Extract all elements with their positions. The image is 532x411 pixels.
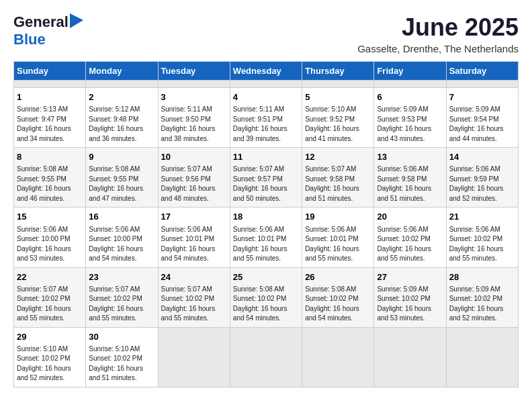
calendar-cell [230,81,302,88]
calendar-cell: 3Sunrise: 5:11 AM Sunset: 9:50 PM Daylig… [158,88,230,148]
logo-arrow-icon [70,13,83,28]
day-number: 5 [305,91,371,103]
day-info: Sunrise: 5:07 AM Sunset: 10:02 PM Daylig… [89,285,154,324]
header-cell-thursday: Thursday [302,62,374,81]
calendar-cell: 6Sunrise: 5:09 AM Sunset: 9:53 PM Daylig… [374,88,446,148]
calendar-cell: 14Sunrise: 5:06 AM Sunset: 9:59 PM Dayli… [446,148,518,208]
day-info: Sunrise: 5:06 AM Sunset: 10:00 PM Daylig… [89,225,154,264]
calendar-cell: 28Sunrise: 5:09 AM Sunset: 10:02 PM Dayl… [446,267,518,327]
header-cell-friday: Friday [374,62,446,81]
day-info: Sunrise: 5:13 AM Sunset: 9:47 PM Dayligh… [17,105,83,144]
day-info: Sunrise: 5:06 AM Sunset: 10:01 PM Daylig… [305,225,371,264]
day-info: Sunrise: 5:12 AM Sunset: 9:48 PM Dayligh… [89,105,154,144]
calendar-cell: 9Sunrise: 5:08 AM Sunset: 9:55 PM Daylig… [86,148,158,208]
day-number: 24 [161,271,227,283]
calendar-cell: 8Sunrise: 5:08 AM Sunset: 9:55 PM Daylig… [14,148,86,208]
day-number: 21 [449,211,515,223]
svg-marker-0 [70,13,83,28]
calendar-cell: 22Sunrise: 5:07 AM Sunset: 10:02 PM Dayl… [14,267,86,327]
calendar-cell: 15Sunrise: 5:06 AM Sunset: 10:00 PM Dayl… [14,208,86,267]
day-number: 23 [89,271,154,283]
logo-text-blue: Blue [13,31,46,48]
calendar-cell: 21Sunrise: 5:06 AM Sunset: 10:02 PM Dayl… [446,208,518,267]
calendar-cell: 17Sunrise: 5:06 AM Sunset: 10:01 PM Dayl… [158,208,230,267]
header-cell-wednesday: Wednesday [230,62,302,81]
title-section: June 2025 Gasselte, Drenthe, The Netherl… [357,13,519,54]
header-cell-saturday: Saturday [446,62,518,81]
day-number: 17 [161,211,227,223]
day-info: Sunrise: 5:09 AM Sunset: 10:02 PM Daylig… [449,285,515,324]
calendar-cell [230,327,302,387]
day-info: Sunrise: 5:07 AM Sunset: 9:56 PM Dayligh… [161,165,227,203]
calendar-cell: 2Sunrise: 5:12 AM Sunset: 9:48 PM Daylig… [86,88,158,148]
day-number: 26 [305,271,371,283]
day-info: Sunrise: 5:07 AM Sunset: 9:58 PM Dayligh… [305,165,371,203]
day-info: Sunrise: 5:06 AM Sunset: 10:01 PM Daylig… [161,225,227,264]
calendar-cell: 26Sunrise: 5:08 AM Sunset: 10:02 PM Dayl… [302,267,374,327]
calendar-cell [446,81,518,88]
logo-text-general: General [13,15,69,30]
day-info: Sunrise: 5:06 AM Sunset: 10:02 PM Daylig… [449,225,515,264]
calendar-cell: 11Sunrise: 5:07 AM Sunset: 9:57 PM Dayli… [230,148,302,208]
day-number: 4 [233,91,299,103]
day-number: 14 [449,151,515,163]
page-header: General Blue June 2025 Gasselte, Drenthe… [13,13,519,54]
calendar-cell [374,327,446,387]
logo: General Blue [13,13,83,48]
calendar-week-row: 22Sunrise: 5:07 AM Sunset: 10:02 PM Dayl… [14,267,519,327]
day-info: Sunrise: 5:06 AM Sunset: 9:58 PM Dayligh… [377,165,443,203]
calendar-cell: 13Sunrise: 5:06 AM Sunset: 9:58 PM Dayli… [374,148,446,208]
calendar-cell [14,81,86,88]
day-info: Sunrise: 5:07 AM Sunset: 9:57 PM Dayligh… [233,165,299,203]
day-info: Sunrise: 5:10 AM Sunset: 9:52 PM Dayligh… [305,105,371,144]
calendar-cell: 7Sunrise: 5:09 AM Sunset: 9:54 PM Daylig… [446,88,518,148]
calendar-cell: 4Sunrise: 5:11 AM Sunset: 9:51 PM Daylig… [230,88,302,148]
calendar-cell [302,81,374,88]
day-number: 6 [377,91,443,103]
calendar-cell: 19Sunrise: 5:06 AM Sunset: 10:01 PM Dayl… [302,208,374,267]
day-number: 28 [449,271,515,283]
calendar-week-row: 15Sunrise: 5:06 AM Sunset: 10:00 PM Dayl… [14,208,519,267]
day-info: Sunrise: 5:10 AM Sunset: 10:02 PM Daylig… [17,345,83,383]
calendar-subtitle: Gasselte, Drenthe, The Netherlands [357,43,519,54]
calendar-cell: 18Sunrise: 5:06 AM Sunset: 10:01 PM Dayl… [230,208,302,267]
calendar-cell: 10Sunrise: 5:07 AM Sunset: 9:56 PM Dayli… [158,148,230,208]
day-info: Sunrise: 5:06 AM Sunset: 10:00 PM Daylig… [17,225,83,264]
calendar-cell [302,327,374,387]
calendar-body: 1Sunrise: 5:13 AM Sunset: 9:47 PM Daylig… [14,81,519,387]
day-number: 30 [89,331,154,343]
day-info: Sunrise: 5:09 AM Sunset: 10:02 PM Daylig… [377,285,443,324]
day-info: Sunrise: 5:11 AM Sunset: 9:51 PM Dayligh… [233,105,299,144]
day-info: Sunrise: 5:08 AM Sunset: 9:55 PM Dayligh… [89,165,154,203]
day-number: 12 [305,151,371,163]
day-number: 27 [377,271,443,283]
calendar-cell: 16Sunrise: 5:06 AM Sunset: 10:00 PM Dayl… [86,208,158,267]
day-number: 10 [161,151,227,163]
day-info: Sunrise: 5:07 AM Sunset: 10:02 PM Daylig… [17,285,83,324]
calendar-week-row [14,81,519,88]
calendar-cell: 27Sunrise: 5:09 AM Sunset: 10:02 PM Dayl… [374,267,446,327]
day-number: 15 [17,211,83,223]
day-number: 25 [233,271,299,283]
day-info: Sunrise: 5:08 AM Sunset: 10:02 PM Daylig… [305,285,371,324]
day-info: Sunrise: 5:06 AM Sunset: 10:02 PM Daylig… [377,225,443,264]
calendar-cell [86,81,158,88]
day-number: 16 [89,211,154,223]
header-cell-monday: Monday [86,62,158,81]
day-info: Sunrise: 5:11 AM Sunset: 9:50 PM Dayligh… [161,105,227,144]
day-number: 13 [377,151,443,163]
day-info: Sunrise: 5:08 AM Sunset: 9:55 PM Dayligh… [17,165,83,203]
header-cell-tuesday: Tuesday [158,62,230,81]
calendar-cell [446,327,518,387]
calendar-cell [158,81,230,88]
calendar-table: SundayMondayTuesdayWednesdayThursdayFrid… [13,61,519,387]
calendar-cell: 12Sunrise: 5:07 AM Sunset: 9:58 PM Dayli… [302,148,374,208]
calendar-title: June 2025 [357,13,519,42]
day-number: 2 [89,91,154,103]
calendar-week-row: 29Sunrise: 5:10 AM Sunset: 10:02 PM Dayl… [14,327,519,387]
day-info: Sunrise: 5:06 AM Sunset: 9:59 PM Dayligh… [449,165,515,203]
day-info: Sunrise: 5:09 AM Sunset: 9:54 PM Dayligh… [449,105,515,144]
calendar-header-row: SundayMondayTuesdayWednesdayThursdayFrid… [14,62,519,81]
day-number: 8 [17,151,83,163]
day-info: Sunrise: 5:06 AM Sunset: 10:01 PM Daylig… [233,225,299,264]
